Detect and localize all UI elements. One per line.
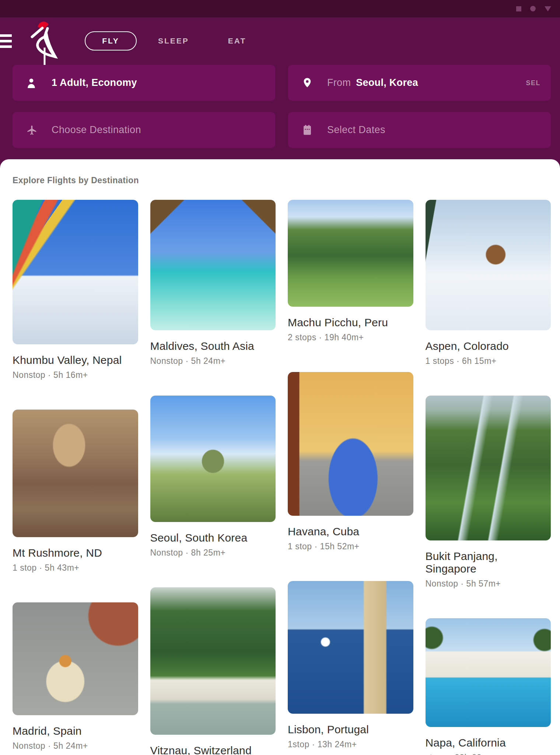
tab-eat[interactable]: EAT: [228, 36, 246, 45]
origin-value: Seoul, Korea: [356, 77, 418, 88]
calendar-icon: [302, 125, 313, 136]
destination-photo: [288, 372, 413, 516]
destination-card-vitznau[interactable]: Vitznau, Switzerland: [150, 587, 276, 755]
destination-details: Nonstop · 5h 24m+: [150, 356, 276, 366]
destination-card-seoul[interactable]: Seoul, South Korea Nonstop · 8h 25m+: [150, 396, 276, 558]
destination-card-mt-rushmore[interactable]: Mt Rushmore, ND 1 stop · 5h 43m+: [13, 410, 138, 573]
destination-field[interactable]: Choose Destination: [13, 112, 275, 148]
destination-title: Mt Rushmore, ND: [13, 547, 138, 559]
travelers-value: 1 Adult, Economy: [52, 77, 137, 88]
grid-column-3: Machu Picchu, Peru 2 stops · 19h 40m+ Ha…: [288, 200, 413, 755]
origin-label: From: [327, 77, 351, 88]
person-icon: [27, 77, 38, 88]
airplane-icon: [27, 125, 38, 136]
destination-title: Madrid, Spain: [13, 725, 138, 737]
destination-photo: [150, 200, 276, 330]
app-header: FLY SLEEP EAT 1 Adult, Economy From Seou…: [0, 17, 560, 159]
destination-photo: [288, 581, 413, 714]
search-fields: 1 Adult, Economy From Seoul, Korea SEL C…: [13, 65, 551, 148]
destination-card-machu-picchu[interactable]: Machu Picchu, Peru 2 stops · 19h 40m+: [288, 200, 413, 342]
destination-photo: [426, 618, 551, 727]
destination-photo: [13, 410, 138, 537]
destination-title: Machu Picchu, Peru: [288, 316, 413, 329]
destinations-grid: Khumbu Valley, Nepal Nonstop · 5h 16m+ M…: [0, 185, 560, 755]
tab-fly[interactable]: FLY: [85, 31, 137, 51]
location-pin-icon: [302, 77, 313, 88]
destination-card-napa[interactable]: Napa, California stops · 88h 88m+: [426, 618, 551, 755]
dates-field[interactable]: Select Dates: [288, 112, 551, 148]
destination-details: 2 stops · 19h 40m+: [288, 333, 413, 342]
destination-title: Maldives, South Asia: [150, 340, 276, 352]
origin-airport-code: SEL: [526, 79, 540, 87]
category-tabs: FLY SLEEP EAT: [85, 31, 246, 51]
origin-field[interactable]: From Seoul, Korea SEL: [288, 65, 551, 101]
destination-photo: [150, 396, 276, 522]
destination-title: Khumbu Valley, Nepal: [13, 354, 138, 366]
dates-placeholder: Select Dates: [327, 124, 385, 136]
destination-card-lisbon[interactable]: Lisbon, Portugal 1stop · 13h 24m+: [288, 581, 413, 749]
crane-app-screen: FLY SLEEP EAT 1 Adult, Economy From Seou…: [0, 0, 560, 755]
destination-details: 1stop · 13h 24m+: [288, 740, 413, 749]
destination-card-madrid[interactable]: Madrid, Spain Nonstop · 5h 24m+: [13, 602, 138, 751]
destination-details: stops · 88h 88m+: [426, 753, 551, 755]
destination-title: Lisbon, Portugal: [288, 723, 413, 736]
destination-details: Nonstop · 5h 24m+: [13, 741, 138, 751]
destination-card-khumbu-valley[interactable]: Khumbu Valley, Nepal Nonstop · 5h 16m+: [13, 200, 138, 380]
destination-photo: [426, 396, 551, 540]
grid-column-2: Maldives, South Asia Nonstop · 5h 24m+ S…: [150, 200, 276, 755]
destination-placeholder: Choose Destination: [52, 124, 141, 136]
home-circle-icon[interactable]: [530, 6, 536, 11]
destination-title: Seoul, South Korea: [150, 532, 276, 544]
destination-details: 1 stop · 15h 52m+: [288, 542, 413, 552]
back-triangle-icon[interactable]: [545, 6, 551, 11]
destination-photo: [288, 200, 413, 307]
results-sheet: Explore Flights by Destination Khumbu Va…: [0, 159, 560, 755]
destination-card-bukit-panjang[interactable]: Bukit Panjang, Singapore Nonstop · 5h 57…: [426, 396, 551, 589]
grid-column-1: Khumbu Valley, Nepal Nonstop · 5h 16m+ M…: [13, 200, 138, 755]
crane-logo: [24, 20, 61, 65]
destination-photo: [150, 587, 276, 735]
hamburger-menu-icon[interactable]: [0, 34, 12, 51]
destination-photo: [426, 200, 551, 330]
destination-details: 1 stops · 6h 15m+: [426, 356, 551, 366]
tab-sleep[interactable]: SLEEP: [158, 36, 189, 45]
destination-card-aspen[interactable]: Aspen, Colorado 1 stops · 6h 15m+: [426, 200, 551, 366]
destination-card-havana[interactable]: Havana, Cuba 1 stop · 15h 52m+: [288, 372, 413, 552]
destination-details: Nonstop · 5h 16m+: [13, 370, 138, 380]
section-heading: Explore Flights by Destination: [13, 175, 560, 185]
destination-photo: [13, 602, 138, 715]
destination-details: Nonstop · 5h 57m+: [426, 579, 551, 589]
destination-title: Havana, Cuba: [288, 525, 413, 538]
grid-column-4: Aspen, Colorado 1 stops · 6h 15m+ Bukit …: [426, 200, 551, 755]
destination-details: 1 stop · 5h 43m+: [13, 563, 138, 573]
destination-photo: [13, 200, 138, 344]
recents-square-icon[interactable]: [516, 6, 521, 11]
destination-title: Vitznau, Switzerland: [150, 744, 276, 755]
destination-details: Nonstop · 8h 25m+: [150, 548, 276, 558]
destination-title: Aspen, Colorado: [426, 340, 551, 352]
destination-card-maldives[interactable]: Maldives, South Asia Nonstop · 5h 24m+: [150, 200, 276, 366]
destination-title: Napa, California: [426, 737, 551, 749]
system-bar: [0, 0, 560, 17]
destination-title: Bukit Panjang, Singapore: [426, 550, 551, 575]
travelers-field[interactable]: 1 Adult, Economy: [13, 65, 275, 101]
